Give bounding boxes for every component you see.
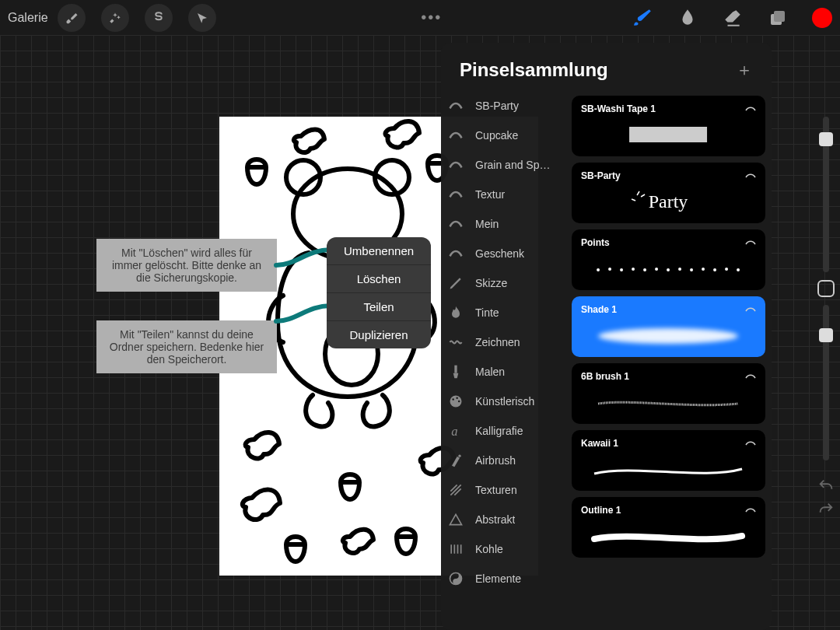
brush-set-item[interactable]: Zeichnen [441,327,562,357]
eraser-tool-icon[interactable] [722,7,744,29]
stroke-icon [447,245,464,262]
svg-point-10 [458,401,460,403]
brush-list[interactable]: SB-Washi Tape 1 SB-Party Party Points Sh… [565,91,772,630]
brush-item[interactable]: 6B brush 1 [572,363,765,424]
brush-set-list[interactable]: SB-PartyCupcakeGrain and Speckle by...Te… [441,91,565,630]
brush-set-item[interactable]: Abstrakt [441,505,562,534]
brush-preview: Party [572,189,765,215]
svg-rect-14 [630,127,708,142]
brush-stroke-icon [745,306,756,313]
undo-redo-group [817,474,835,521]
svg-point-22 [667,268,670,271]
brush-set-label: Zeichnen [475,336,520,348]
brush-set-item[interactable]: Malen [441,357,562,387]
brush-set-label: Abstrakt [475,513,515,526]
brush-set-item[interactable]: Geschenk [441,239,562,268]
squiggle-icon [447,334,464,351]
brush-stroke-icon [745,172,756,180]
brush-size-slider[interactable] [823,117,829,272]
adjustments-wand-icon[interactable] [101,4,129,32]
svg-text:a: a [451,424,457,439]
selection-s-icon[interactable] [145,4,173,32]
palette-icon [447,393,464,410]
brush-preview [572,122,765,149]
brush-item[interactable]: Outline 1 [572,497,765,558]
brush-item[interactable]: Shade 1 [572,296,765,357]
brush-set-item[interactable]: Cupcake [441,121,562,150]
brush-set-label: Texturen [475,484,517,496]
brush-set-item[interactable]: Mein [441,209,562,239]
move-arrow-icon[interactable] [188,4,216,32]
actions-wrench-icon[interactable] [58,4,86,32]
add-brush-icon[interactable]: ＋ [736,58,753,82]
stroke-icon [447,97,464,114]
brush-item[interactable]: Points [572,229,765,290]
svg-point-25 [702,268,705,271]
yinyang-icon [447,570,464,587]
brush-set-label: Geschenk [475,247,524,260]
brush-panel-title: Pinselsammlung [460,59,608,81]
brush-preview [572,457,765,483]
brush-set-item[interactable]: SB-Party [441,91,562,121]
brush-preview [572,256,765,282]
brush-set-label: Malen [475,366,505,378]
svg-rect-1 [774,11,785,22]
redo-icon[interactable] [817,498,835,521]
top-toolbar: Galerie ••• [0,0,840,35]
brush-item[interactable]: SB-Washi Tape 1 [572,96,765,156]
brush-set-label: Airbrush [475,454,516,467]
layers-icon[interactable] [767,7,789,29]
brush-set-item[interactable]: Künstlerisch [441,387,562,416]
brush-tool-icon[interactable] [632,7,653,29]
brush-set-item[interactable]: Kohle [441,534,562,564]
opacity-slider[interactable] [823,305,829,460]
svg-point-20 [644,268,647,271]
brush-item[interactable]: Kawaii 1 [572,430,765,491]
connector-line [272,243,334,275]
brush-set-label: SB-Party [475,100,519,112]
svg-rect-6 [454,366,457,373]
brush-set-label: Elemente [475,572,521,585]
brush-set-item[interactable]: aKalligrafie [441,416,562,446]
gallery-button[interactable]: Galerie [8,11,48,25]
svg-point-19 [632,268,635,271]
menu-duplicate[interactable]: Duplizieren [327,320,431,348]
airbrush-icon [447,452,464,469]
brush-set-item[interactable]: Texturen [441,475,562,505]
svg-point-16 [597,268,600,271]
svg-point-9 [456,397,458,399]
brushset-context-menu: Umbenennen Löschen Teilen Duplizieren [327,237,431,348]
lines-icon [447,541,464,558]
brush-set-item[interactable]: Tinte [441,298,562,327]
brush-set-label: Grain and Speckle by... [475,159,556,171]
brush-set-item[interactable]: Textur [441,180,562,209]
brush-set-item[interactable]: Airbrush [441,446,562,475]
brush-set-item[interactable]: Skizze [441,268,562,298]
brush-stroke-icon [745,439,756,447]
brush-preview [572,323,765,349]
brush-name: SB-Party [581,170,756,181]
undo-icon[interactable] [817,474,835,498]
color-swatch[interactable] [812,8,832,28]
brush-set-item[interactable]: Grain and Speckle by... [441,150,562,180]
letter-a-icon: a [447,422,464,439]
stroke-icon [447,156,464,173]
modify-button[interactable] [817,280,835,297]
brush-set-label: Künstlerisch [475,395,534,408]
hint-share: Mit "Teilen" kannst du deine Ordner spei… [96,320,277,373]
menu-share[interactable]: Teilen [327,292,431,320]
svg-point-18 [621,268,624,271]
brush-set-label: Tinte [475,306,499,319]
brush-preview [572,523,765,550]
brush-name: Shade 1 [581,304,756,315]
brush-set-item[interactable]: Elemente [441,564,562,593]
brush-set-label: Textur [475,188,505,201]
brush-name: Outline 1 [581,505,756,516]
modify-menu-icon[interactable]: ••• [421,9,442,26]
brush-item[interactable]: SB-Party Party [572,163,765,223]
menu-rename[interactable]: Umbenennen [327,237,431,264]
smudge-tool-icon[interactable] [677,7,698,29]
brush-name: Kawaii 1 [581,438,756,449]
brush-name: 6B brush 1 [581,371,756,382]
menu-delete[interactable]: Löschen [327,264,431,292]
